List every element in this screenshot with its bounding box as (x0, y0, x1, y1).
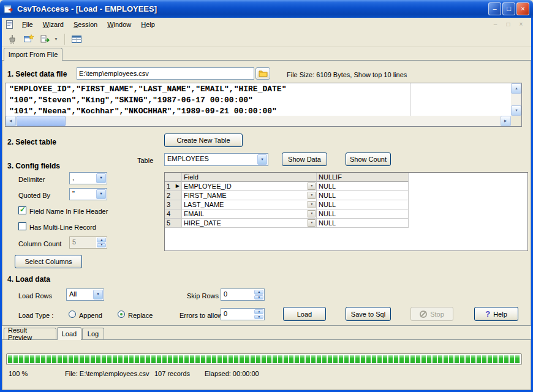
toolbar-separator (64, 34, 65, 45)
help-button[interactable]: ? Help (474, 307, 518, 321)
scroll-right-icon: ▶ (504, 119, 507, 123)
tab-import-from-file[interactable]: Import From File (4, 48, 62, 61)
tab-result-preview[interactable]: Result Preview (4, 328, 56, 339)
show-count-button[interactable]: Show Count (346, 153, 391, 166)
replace-radio[interactable] (118, 311, 125, 318)
csv-line: "EMPLOYEE_ID","FIRST_NAME","LAST_NAME","… (9, 84, 511, 95)
disconnect-icon[interactable] (6, 32, 19, 46)
grid-nullif-cell[interactable]: NULL (317, 209, 409, 219)
grid-field-cell[interactable]: EMPLOYEE_ID▼ (182, 182, 317, 191)
save-to-sql-button[interactable]: Save to Sql (346, 307, 391, 321)
grid-nullif-cell[interactable]: NULL (317, 219, 409, 228)
csv-line: "100","Steven","King","SKING","1987-06-1… (9, 95, 511, 106)
spin-down-icon[interactable]: ▼ (254, 295, 263, 300)
grid-nullif-cell[interactable]: NULL (317, 200, 409, 209)
chevron-down-icon[interactable]: ▼ (93, 290, 103, 300)
field-dropdown-icon[interactable]: ▼ (308, 219, 316, 227)
menu-session[interactable]: Session (69, 18, 102, 31)
grid-field-cell[interactable]: EMAIL▼ (182, 209, 317, 219)
replace-label: Replace (128, 312, 153, 319)
delimiter-select[interactable]: , ▼ (69, 172, 107, 184)
tab-log[interactable]: Log (82, 328, 104, 339)
errors-to-allow-stepper[interactable]: 0 ▲ ▼ (221, 308, 265, 320)
close-button[interactable]: × (516, 2, 529, 15)
scrollbar-thumb[interactable] (17, 116, 66, 126)
scroll-left-button[interactable]: ◀ (6, 116, 16, 126)
menu-help[interactable]: Help (136, 18, 160, 31)
errors-to-allow-label: Errors to allow (180, 312, 222, 319)
column-count-value: 5 (70, 237, 96, 248)
chevron-down-icon[interactable]: ▼ (96, 189, 106, 199)
quoted-by-label: Quoted By (18, 192, 50, 199)
horizontal-scrollbar[interactable]: ◀ ▶ (6, 116, 511, 126)
spin-up-icon[interactable]: ▲ (254, 290, 263, 295)
field-name-header-checkbox[interactable]: ✓ (18, 206, 26, 214)
field-dropdown-icon[interactable]: ▼ (308, 183, 316, 190)
scroll-right-button[interactable]: ▶ (501, 116, 511, 126)
browse-file-button[interactable] (255, 67, 270, 80)
export-dropdown-icon[interactable]: ▼ (53, 34, 59, 45)
mdi-close-icon: × (520, 21, 523, 28)
show-data-button[interactable]: Show Data (282, 153, 327, 166)
table-row: 4 EMAIL▼ NULL (165, 209, 527, 219)
spin-down-icon[interactable]: ▼ (97, 243, 106, 248)
data-file-input[interactable] (77, 67, 254, 80)
column-count-stepper[interactable]: 5 ▲ ▼ (69, 236, 107, 249)
vertical-scrollbar[interactable]: ▲ ▼ (511, 83, 521, 116)
scroll-up-button[interactable]: ▲ (511, 83, 521, 94)
titlebar-buttons: – □ × (488, 2, 529, 15)
maximize-icon: □ (507, 6, 511, 12)
field-dropdown-icon[interactable]: ▼ (308, 201, 316, 208)
progress-percent-label: 100 % (9, 370, 28, 377)
multi-line-record-checkbox[interactable] (18, 222, 26, 230)
table-select[interactable]: EMPLOYEES ▼ (164, 153, 268, 166)
quoted-by-value: " (70, 189, 96, 200)
grid-row-number: 5 (165, 219, 182, 228)
session-window-icon[interactable] (70, 32, 83, 46)
minimize-button[interactable]: – (488, 2, 501, 15)
field-dropdown-icon[interactable]: ▼ (308, 192, 316, 199)
new-wizard-icon[interactable] (22, 32, 36, 46)
quoted-by-select[interactable]: " ▼ (69, 188, 107, 200)
select-columns-button[interactable]: Select Columns (15, 255, 82, 268)
csv-preview[interactable]: "EMPLOYEE_ID","FIRST_NAME","LAST_NAME","… (5, 83, 522, 127)
grid-nullif-cell[interactable]: NULL (317, 182, 409, 191)
titlebar[interactable]: CsvToAccess - [Load - EMPLOYEES] – □ × (0, 0, 533, 18)
menu-wizard[interactable]: Wizard (38, 18, 69, 31)
append-radio[interactable] (69, 311, 76, 318)
append-label: Append (79, 312, 102, 319)
minimize-icon: – (493, 6, 496, 12)
load-rows-select[interactable]: All ▼ (66, 288, 104, 301)
mdi-close-button[interactable]: × (516, 20, 526, 29)
menu-file[interactable]: File (17, 18, 38, 31)
maximize-button[interactable]: □ (502, 2, 515, 15)
skip-rows-stepper[interactable]: 0 ▲ ▼ (221, 288, 265, 301)
grid-nullif-cell[interactable]: NULL (317, 191, 409, 200)
load-button[interactable]: Load (283, 307, 326, 321)
mdi-restore-button[interactable]: □ (503, 20, 513, 29)
spin-down-icon[interactable]: ▼ (254, 315, 263, 320)
export-icon[interactable] (39, 32, 52, 46)
scroll-down-button[interactable]: ▼ (511, 105, 521, 116)
scroll-down-icon: ▼ (515, 108, 518, 112)
errors-to-allow-value: 0 (221, 309, 254, 320)
toolbar: ▼ (2, 31, 531, 47)
chevron-down-icon[interactable]: ▼ (257, 154, 267, 165)
section4-heading: 4. Load data (7, 275, 50, 284)
tab-load[interactable]: Load (57, 327, 81, 340)
grid-row-number: 4 (165, 209, 182, 219)
spin-up-icon[interactable]: ▲ (254, 309, 263, 314)
field-dropdown-icon[interactable]: ▼ (308, 210, 316, 217)
spin-up-icon[interactable]: ▲ (97, 238, 106, 243)
menu-window[interactable]: Window (102, 18, 136, 31)
table-select-value: EMPLOYEES (165, 154, 257, 165)
scrollbar-corner (511, 116, 521, 126)
skip-rows-label: Skip Rows (187, 292, 219, 300)
grid-field-cell[interactable]: FIRST_NAME▼ (182, 191, 317, 200)
create-new-table-button[interactable]: Create New Table (164, 134, 243, 147)
mdi-minimize-button[interactable]: – (490, 20, 501, 29)
grid-field-cell[interactable]: LAST_NAME▼ (182, 200, 317, 209)
window-title: CsvToAccess - [Load - EMPLOYEES] (17, 4, 488, 13)
chevron-down-icon[interactable]: ▼ (96, 173, 106, 183)
grid-field-cell[interactable]: HIRE_DATE▼ (182, 219, 317, 228)
